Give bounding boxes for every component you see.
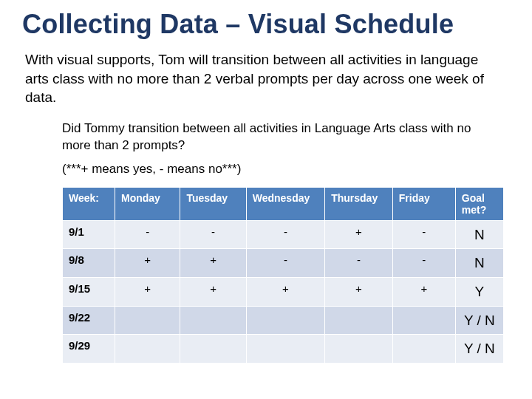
- goal-statement: With visual supports, Tom will transitio…: [25, 50, 498, 107]
- cell-value: +: [325, 278, 393, 307]
- cell-value: +: [180, 278, 246, 307]
- slide: Collecting Data – Visual Schedule With v…: [0, 0, 532, 399]
- cell-value: [180, 306, 246, 335]
- cell-value: +: [246, 278, 324, 307]
- cell-week: 9/15: [63, 278, 115, 307]
- cell-value: -: [325, 249, 393, 278]
- cell-goal: N: [455, 249, 503, 278]
- cell-value: -: [115, 220, 180, 249]
- table-row: 9/8 + + - - - N: [63, 249, 504, 278]
- cell-value: [180, 335, 246, 364]
- cell-value: +: [115, 278, 180, 307]
- table-header-row: Week: Monday Tuesday Wednesday Thursday …: [63, 187, 504, 220]
- col-header-tuesday: Tuesday: [180, 187, 246, 220]
- cell-goal: Y / N: [455, 335, 503, 364]
- cell-value: -: [392, 249, 455, 278]
- col-header-monday: Monday: [115, 187, 180, 220]
- cell-week: 9/29: [63, 335, 115, 364]
- cell-value: [392, 306, 455, 335]
- cell-value: [392, 335, 455, 364]
- cell-goal: Y / N: [455, 306, 503, 335]
- table-row: 9/22 Y / N: [63, 306, 504, 335]
- legend-text: (***+ means yes, - means no***): [62, 162, 471, 177]
- col-header-friday: Friday: [392, 187, 455, 220]
- cell-value: [115, 306, 180, 335]
- col-header-goal: Goal met?: [455, 187, 503, 220]
- data-question: Did Tommy transition between all activit…: [62, 120, 471, 154]
- cell-value: [115, 335, 180, 364]
- col-header-week: Week:: [63, 187, 115, 220]
- col-header-thursday: Thursday: [325, 187, 393, 220]
- cell-value: [246, 335, 324, 364]
- cell-value: +: [180, 249, 246, 278]
- cell-value: +: [115, 249, 180, 278]
- cell-week: 9/22: [63, 306, 115, 335]
- cell-value: +: [325, 220, 393, 249]
- cell-value: -: [180, 220, 246, 249]
- cell-value: [325, 306, 393, 335]
- col-header-wednesday: Wednesday: [246, 187, 324, 220]
- table-row: 9/29 Y / N: [63, 335, 504, 364]
- cell-value: [246, 306, 324, 335]
- cell-value: +: [392, 278, 455, 307]
- cell-value: -: [246, 249, 324, 278]
- cell-value: -: [392, 220, 455, 249]
- table-row: 9/15 + + + + + Y: [63, 278, 504, 307]
- data-table: Week: Monday Tuesday Wednesday Thursday …: [62, 187, 504, 364]
- cell-value: -: [246, 220, 324, 249]
- table-row: 9/1 - - - + - N: [63, 220, 504, 249]
- cell-week: 9/1: [63, 220, 115, 249]
- page-title: Collecting Data – Visual Schedule: [22, 9, 516, 40]
- cell-week: 9/8: [63, 249, 115, 278]
- cell-goal: N: [455, 220, 503, 249]
- cell-goal: Y: [455, 278, 503, 307]
- cell-value: [325, 335, 393, 364]
